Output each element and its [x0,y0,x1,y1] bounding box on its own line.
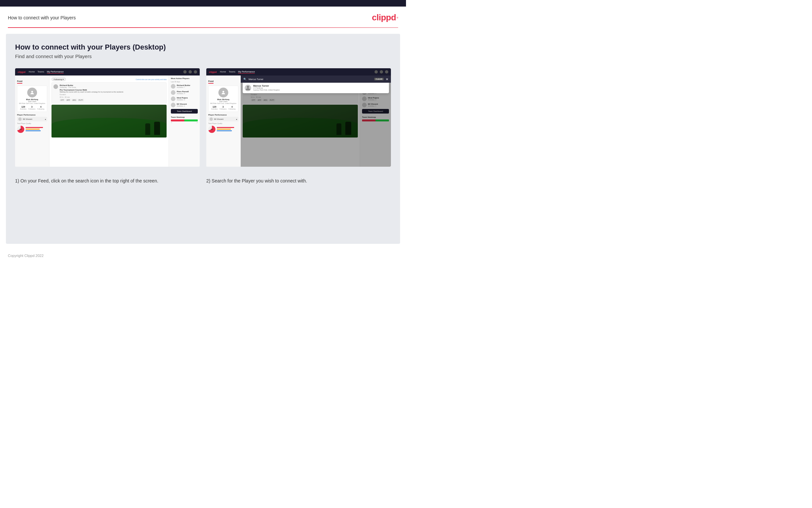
nav-teams[interactable]: Teams [37,71,44,74]
search-input-display[interactable]: Marcus Turner [249,78,372,80]
nav-teams-2[interactable]: Teams [229,71,235,74]
caption-2: 2) Search for the Player you wish to con… [206,175,391,184]
following-row: Following ▾ Control who can see your act… [51,78,166,81]
copyright-text: Copyright Clippd 2022 [8,254,44,258]
control-link[interactable]: Control who can see your activity and da… [136,78,166,80]
stats-row-2: 129 Activities 3 Followers 4 Following [210,106,236,110]
logo: clippd d [372,12,398,23]
stat-activities-2: 129 Activities [211,106,218,110]
stat-following-label-2: Following [229,108,235,110]
quality-label: Total Player Quality [17,122,47,124]
search-result-item[interactable]: Marcus Turner 1.5 Handicap Cypress Point… [245,85,387,91]
tag-ott: OTT [60,99,65,101]
quality-value-2: 84 [211,128,213,130]
quality-label-2: Total Player Quality [208,122,238,124]
app-left-panel-2: Feed Blair McHarg Golf Coach Mill Ride G… [206,76,241,167]
search-bar: 🔍 Marcus Turner CLEAR ✕ [241,76,391,83]
nav-home-2[interactable]: Home [220,71,226,74]
footer: Copyright Clippd 2022 [0,250,406,261]
activity-duration: Duration [60,93,164,95]
following-button[interactable]: Following ▾ [51,78,66,81]
app-nav-icons [183,70,197,74]
player-select[interactable]: Eli Vincent ▾ [17,117,47,121]
app-nav-2: clippd Home Teams My Performance [206,68,391,76]
search-result-club: Cypress Point Club, United Kingdom [253,89,280,91]
nav-my-performance-2[interactable]: My Performance [238,71,255,74]
caption-text-2: 2) Search for the Player you wish to con… [206,178,391,184]
stat-followers-label: Followers [29,108,36,110]
app-right-panel: Most Active Players Last 30 days Richard… [169,76,200,167]
quality-value: 84 [20,128,22,130]
profile-avatar [27,88,37,97]
chevron-down-icon: ▾ [45,118,46,120]
player-performance-title-2: Player Performance [208,114,238,116]
clear-button[interactable]: CLEAR [374,78,384,80]
most-active-subtitle: Last 30 days [171,81,198,83]
duration-label: Duration [60,93,66,95]
stat-activities-num-2: 129 [211,106,218,108]
app-center-panel: Following ▾ Control who can see your act… [50,76,169,167]
activity-tags: OTT APP ARG PUTT [60,99,164,101]
active-player-4: Eli Vincent Activities: 1 [171,103,198,107]
active-player-avatar-3 [171,96,176,101]
caption-text-1: 1) On your Feed, click on the search ico… [15,178,200,184]
profile-icon-2[interactable] [380,70,383,74]
nav-my-performance[interactable]: My Performance [47,71,64,74]
feed-tab[interactable]: Feed [17,80,22,84]
chevron-down-icon: ▾ [63,78,64,80]
profile-club-2: Mill Ride Golf Club, United Kingdom [210,102,236,104]
app-logo-small: clippd [18,71,26,74]
page-title: How to connect with your Players [8,15,76,20]
active-player-acts-4: Activities: 1 [177,105,187,107]
logo-dot: d [397,16,398,19]
search-result-avatar [245,85,251,91]
stats-row: 129 Activities 3 Followers 4 Following [19,106,45,110]
stat-followers-2: 3 Followers [220,106,227,110]
stat-followers-num: 3 [29,106,36,108]
svg-point-0 [31,91,33,92]
settings-icon[interactable] [194,70,197,74]
heatmap-labels: -5 +5 [171,122,198,123]
following-label: Following [54,78,62,80]
tag-arg: ARG [71,99,77,101]
search-icon-2[interactable] [375,70,378,74]
activity-duration-value: 02 hr : 00 min [60,96,164,98]
screenshot-1: clippd Home Teams My Performance [15,68,200,167]
close-icon[interactable]: ✕ [386,78,388,81]
feed-tab-2: Feed [208,80,213,84]
stat-following-num-2: 4 [229,106,235,108]
stat-following-label: Following [37,108,44,110]
nav-home[interactable]: Home [29,71,35,74]
player-performance-section-2: Player Performance Eli Vincent ▾ Total P… [208,114,238,133]
activity-desc: Walking the course with my coach to buil… [60,91,164,93]
heatmap-max: +5 [196,122,198,123]
team-heatmap-section: Team Heatmap -5 +5 [171,116,198,123]
heatmap-bar [171,120,198,121]
search-result-name: Marcus Turner [253,85,280,87]
profile-card: Blair McHarg Golf Coach Mill Ride Golf C… [17,86,47,112]
team-dashboard-button[interactable]: Team Dashboard [171,109,198,114]
team-dashboard-label: Team Dashboard [177,110,192,112]
active-player-acts-2: Activities: 4 [177,92,189,94]
heatmap-min: -5 [171,122,172,123]
search-icon[interactable] [183,70,187,74]
player-performance-title: Player Performance [17,114,47,116]
tag-putt: PUTT [78,99,84,101]
player-select-2[interactable]: Eli Vincent ▾ [208,117,238,121]
active-player-avatar-1 [171,84,176,89]
stat-followers: 3 Followers [29,106,36,110]
screenshot-2: clippd Home Teams My Performance [206,68,391,167]
profile-card-2: Blair McHarg Golf Coach Mill Ride Golf C… [208,86,238,112]
active-player-avatar-4 [171,103,176,107]
main-subtitle: Find and connect with your Players [15,53,391,59]
stat-following-2: 4 Following [229,106,235,110]
settings-icon-2[interactable] [385,70,388,74]
activity-avatar [53,84,58,89]
svg-point-2 [247,86,249,88]
player-select-name: Eli Vincent [23,118,32,120]
golfer-silhouette [154,122,160,135]
search-icon-overlay: 🔍 [243,78,247,81]
profile-avatar-2 [219,88,228,97]
activity-card: Richard Butler Yesterday · The Grove Pre… [51,82,166,103]
profile-icon[interactable] [189,70,192,74]
